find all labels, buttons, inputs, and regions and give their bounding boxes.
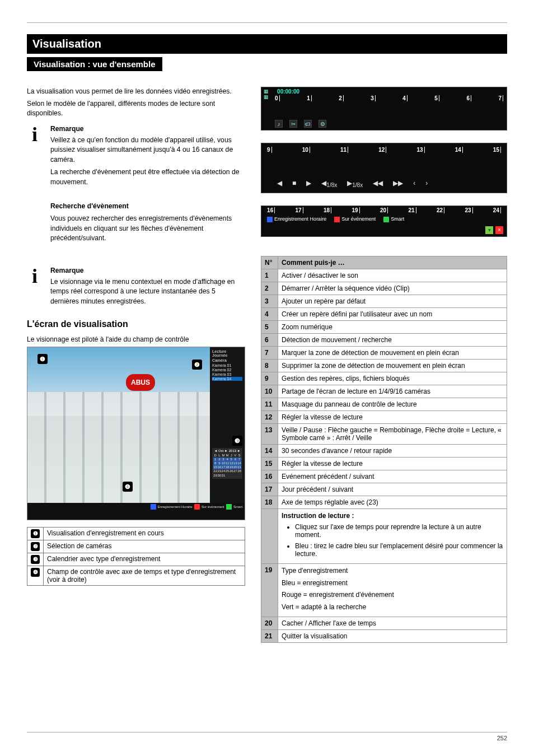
row-num: 8 <box>261 360 278 372</box>
table-row: Rouge = enregistrement d'événement <box>282 590 503 600</box>
event-search-title: Recherche d'évènement <box>50 202 245 212</box>
row-num: 19 <box>261 564 278 617</box>
table-row: Régler la vitesse de lecture <box>278 458 507 470</box>
camera-item[interactable]: Kamera 02 <box>212 368 242 372</box>
prev-event-icon[interactable]: ◀ <box>277 179 282 188</box>
table-row: Bleu = enregistrement <box>282 578 503 588</box>
calendar[interactable]: ◄ Oct ► 2013 ► DLMMJVS 1234567 891011121… <box>212 448 242 478</box>
fast-forward-icon[interactable]: ▶▶ <box>393 179 403 188</box>
row-num: 14 <box>261 445 278 458</box>
playback-sidebar: Lecture Journée Caméra Kamera 01 Kamera … <box>210 347 245 520</box>
col-num: N° <box>261 256 278 269</box>
row-num: 18 <box>261 496 278 509</box>
table-row: Vert = adapté à la recherche <box>282 603 503 612</box>
row-num: 17 <box>261 483 278 496</box>
rewind-icon[interactable]: ◀◀ <box>373 179 383 188</box>
screen-heading: L'écran de visualisation <box>27 319 245 329</box>
row-num: 2 <box>261 282 278 295</box>
table-row: Marquer la zone de détection de mouvemen… <box>278 347 507 360</box>
note2-heading: Remarque <box>50 266 245 276</box>
prev-day-icon[interactable]: ‹ <box>413 179 415 188</box>
toggle-axis-icon[interactable]: ▾ <box>485 226 493 234</box>
camera-item[interactable]: Kamera 04 <box>212 377 242 381</box>
instruction-title: Instruction de lecture : <box>282 511 503 521</box>
intro-line-1: La visualisation vous permet de lire les… <box>27 87 245 97</box>
bookmark-icon[interactable]: 🏷 <box>304 120 312 128</box>
row-num: 7 <box>261 347 278 360</box>
step-fwd-icon[interactable]: ▶1/8x <box>347 179 363 188</box>
sidebar-title: Lecture Journée <box>212 349 242 357</box>
note2-p1: Le visionnage via le menu contextuel en … <box>50 277 245 307</box>
table-row: Veille / Pause : Flèche gauche = Rembobi… <box>278 424 507 445</box>
legend-row: Calendrier avec type d'enregistrement <box>44 553 245 566</box>
table-row: Démarrer / Arrêter la séquence vidéo (Cl… <box>278 282 507 295</box>
table-row: Masquage du panneau de contrôle de lectu… <box>278 398 507 411</box>
note1-p1: Veillez à ce qu'en fonction du modèle d'… <box>50 136 245 165</box>
callout-1: ❶ <box>38 354 48 364</box>
note1-p3: Vous pouvez rechercher des enregistremen… <box>50 214 245 244</box>
play-icon[interactable]: ▶ <box>306 179 311 188</box>
row-num: 9 <box>261 372 278 385</box>
page-number: 252 <box>27 732 507 741</box>
row-num: 1 <box>261 269 278 282</box>
col-label: Comment puis-je … <box>278 256 507 269</box>
legend-row: Champ de contrôle avec axe de temps et t… <box>44 566 245 586</box>
table-row: Créer un repère défini par l'utilisateur… <box>278 308 507 321</box>
controls-table: N°Comment puis-je … 1Activer / désactive… <box>261 256 507 643</box>
screen-legend-table: ❶Visualisation d'enregistrement en cours… <box>27 527 245 586</box>
table-row: Gestion des repères, clips, fichiers blo… <box>278 372 507 385</box>
table-row: Supprimer la zone de détection de mouvem… <box>278 360 507 372</box>
table-row: 30 secondes d'avance / retour rapide <box>278 445 507 458</box>
control-strip-fig-2: 9101112131415 ◀ ■ ▶ ◀1/8x ▶1/8x ◀◀ ▶▶ ‹ … <box>261 143 507 193</box>
playback-timeline[interactable]: Enregistrement Horaire Sur événement Sma… <box>27 503 245 520</box>
camera-item[interactable]: Kamera 01 <box>212 363 242 367</box>
camera-item[interactable]: Kamera 03 <box>212 372 242 376</box>
callout-2: ❷ <box>192 360 202 370</box>
row-num: 11 <box>261 398 278 411</box>
table-row: Evénement précédent / suivant <box>278 470 507 483</box>
table-row: Activer / désactiver le son <box>278 269 507 282</box>
clip-icon[interactable]: ✂ <box>289 120 297 128</box>
section-subtitle: Visualisation : vue d'ensemble <box>27 57 162 71</box>
table-row: Axe de temps réglable avec (23) <box>278 496 507 509</box>
control-strip-fig-1: ▦▦ 00:00:00 01234567 ♪ ✂ 🏷 ⚙ <box>261 87 507 130</box>
section-title-bar: Visualisation <box>27 34 507 54</box>
row-num: 21 <box>261 629 278 642</box>
info-icon: i <box>27 266 43 286</box>
playback-screenshot: ABUS Lecture Journée Caméra Kamera 01 Ka… <box>27 347 245 520</box>
top-rule <box>27 22 507 23</box>
callout-3: ❸ <box>232 436 242 446</box>
row-num: 16 <box>261 470 278 483</box>
close-icon[interactable]: × <box>495 226 503 234</box>
table-row: Type d'enregistrement <box>282 566 503 576</box>
note1-p2: La recherche d'évènement peut être effec… <box>50 167 245 187</box>
abus-logo: ABUS <box>126 374 155 391</box>
next-day-icon[interactable]: › <box>425 179 428 188</box>
note1-heading: Remarque <box>50 124 245 134</box>
table-row: Détection de mouvement / recherche <box>278 334 507 347</box>
row-num: 3 <box>261 295 278 308</box>
step-back-icon[interactable]: ◀1/8x <box>321 179 337 188</box>
control-strip-fig-3: 161718192021222324 Enregistrement Horair… <box>261 206 507 237</box>
camera-group: Caméra <box>212 358 242 362</box>
timecode-label: 00:00:00 <box>277 88 299 95</box>
table-row: Jour précédent / suivant <box>278 483 507 496</box>
intro-line-2: Selon le modèle de l'appareil, différent… <box>27 99 245 119</box>
instruction-item: Bleu : tirez le cadre bleu sur l'emplace… <box>295 542 503 558</box>
audio-icon[interactable]: ♪ <box>275 120 283 128</box>
table-row: Ajouter un repère par défaut <box>278 295 507 308</box>
table-row: Partage de l'écran de lecture en 1/4/9/1… <box>278 385 507 398</box>
instruction-item: Cliquez sur l'axe de temps pour reprendr… <box>295 523 503 539</box>
info-icon: i <box>27 124 43 144</box>
gear-icon[interactable]: ⚙ <box>318 120 326 128</box>
row-num: 12 <box>261 411 278 424</box>
table-row: Zoom numérique <box>278 321 507 334</box>
row-num: 5 <box>261 321 278 334</box>
legend-row: Visualisation d'enregistrement en cours <box>44 528 245 540</box>
table-row: Cacher / Afficher l'axe de temps <box>278 617 507 629</box>
grid-layout-icon[interactable]: ▦▦ <box>264 88 274 100</box>
row-num: 20 <box>261 617 278 629</box>
callout-4: ❹ <box>123 482 133 492</box>
stop-icon[interactable]: ■ <box>292 179 296 188</box>
row-num: 4 <box>261 308 278 321</box>
